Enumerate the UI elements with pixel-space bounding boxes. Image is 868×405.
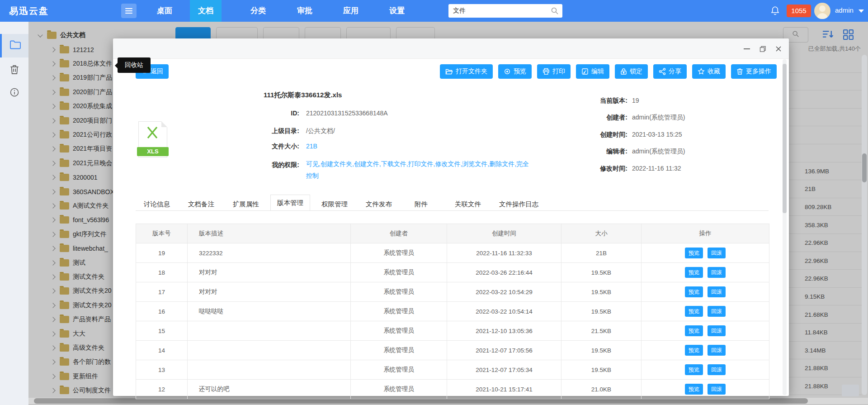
username-label[interactable]: admin: [835, 6, 854, 14]
tab-version-management[interactable]: 版本管理: [270, 195, 310, 210]
rail-item-recycle-bin[interactable]: [0, 61, 28, 79]
id-value: 2120210313152533668148A: [306, 110, 388, 117]
rail-item-documents[interactable]: [0, 34, 28, 57]
parent-dir-value: /公共文档/: [306, 127, 335, 135]
eye-icon: [504, 68, 511, 75]
creator-label: 创建者:: [560, 114, 627, 122]
search-input[interactable]: [448, 4, 548, 18]
user-menu-caret-icon[interactable]: [859, 10, 864, 13]
rollback-version-button[interactable]: 回滚: [708, 345, 726, 356]
file-size-label: 文件大小:: [231, 143, 299, 151]
preview-version-button[interactable]: 预览: [685, 325, 703, 336]
rollback-version-button[interactable]: 回滚: [708, 384, 726, 395]
app-window: 易迅云盘 桌面 文档 分类 审批 应用 设置 1055 admin: [0, 0, 868, 405]
modal-scrollbar[interactable]: [783, 59, 787, 395]
nav-item-documents[interactable]: 文档: [190, 0, 222, 22]
table-row: 12还可以的吧系统管理员2021-10-21 15:17:4121.0KB 预览…: [136, 380, 769, 399]
file-name: 111托尔斯泰336612发.xls: [264, 91, 342, 100]
printer-icon: [542, 68, 550, 75]
modal-scrollbar-thumb[interactable]: [783, 64, 787, 213]
rollback-version-button[interactable]: 回滚: [708, 267, 726, 278]
print-button[interactable]: 打印: [537, 64, 571, 79]
preview-button[interactable]: 预览: [498, 64, 532, 79]
preview-version-button[interactable]: 预览: [685, 384, 703, 395]
hamburger-menu-button[interactable]: [121, 4, 137, 18]
table-row: 14系统管理员2021-12-07 17:05:5619.5KB 预览回滚: [136, 341, 769, 360]
tab-file-publish[interactable]: 文件发布: [366, 198, 392, 211]
nav-item-apps[interactable]: 应用: [334, 0, 368, 22]
version-table: 版本号 版本描述 创建者 创建时间 大小 操作 193222332系统管理员20…: [136, 224, 769, 399]
tabs-divider: [136, 210, 769, 211]
folder-icon: [9, 40, 21, 52]
nav-item-categories[interactable]: 分类: [241, 0, 275, 22]
id-label: ID:: [231, 110, 299, 117]
trash-icon: [736, 68, 743, 75]
creator-value: admin(系统管理员): [632, 114, 685, 122]
created-time-value: 2021-03-13 15:25: [632, 131, 682, 138]
share-button[interactable]: 分享: [653, 64, 687, 79]
table-row: 17对对对系统管理员2022-03-22 10:54:2919.5KB 预览回滚: [136, 282, 769, 302]
app-logo: 易迅云盘: [9, 5, 49, 17]
nav-item-desktop[interactable]: 桌面: [147, 0, 182, 22]
vertical-scrollbar[interactable]: [862, 55, 867, 395]
edit-button[interactable]: 编辑: [576, 64, 609, 79]
tab-attachments[interactable]: 附件: [415, 198, 428, 211]
tab-doc-notes[interactable]: 文档备注: [188, 198, 214, 211]
rollback-version-button[interactable]: 回滚: [708, 325, 726, 336]
table-row: 193222332系统管理员2022-11-16 11:32:3321B 预览回…: [136, 243, 769, 263]
permissions-value[interactable]: 可见,创建文件夹,创建文件,下载文件,打印文件,修改文件,浏览文件,删除文件,完…: [306, 158, 534, 181]
tab-file-operation-log[interactable]: 文件操作日志: [499, 198, 538, 211]
preview-version-button[interactable]: 预览: [685, 306, 703, 317]
nav-item-settings[interactable]: 设置: [380, 0, 414, 22]
top-navbar: 易迅云盘 桌面 文档 分类 审批 应用 设置 1055 admin: [0, 0, 868, 22]
folder-open-icon: [445, 68, 453, 75]
file-detail-modal: 返回 打开文件夹 预览 打印 编辑 锁定: [113, 38, 789, 396]
maximize-button[interactable]: [758, 44, 767, 53]
tab-permissions[interactable]: 权限管理: [321, 198, 348, 211]
table-row: 16哒哒哒哒系统管理员2022-03-22 10:54:1419.5KB 预览回…: [136, 302, 769, 321]
vertical-scrollbar-thumb[interactable]: [862, 153, 867, 182]
minimize-button[interactable]: [742, 44, 751, 53]
preview-version-button[interactable]: 预览: [685, 345, 703, 356]
global-search: [448, 4, 562, 18]
file-size-link[interactable]: 21B: [306, 143, 317, 150]
editor-label: 编辑者:: [560, 148, 627, 156]
preview-version-button[interactable]: 预览: [685, 267, 703, 278]
search-icon[interactable]: [551, 7, 559, 17]
trash-icon: [9, 64, 19, 76]
scroll-corner-widget[interactable]: [842, 385, 859, 396]
parent-dir-label: 上级目录:: [231, 127, 299, 135]
version-table-header: 版本号 版本描述 创建者 创建时间 大小 操作: [136, 224, 769, 243]
lock-button[interactable]: 锁定: [615, 64, 648, 79]
preview-version-button[interactable]: 预览: [685, 364, 703, 375]
share-icon: [659, 68, 666, 75]
notification-bell-icon[interactable]: [770, 5, 780, 18]
lock-icon: [620, 68, 627, 75]
rollback-version-button[interactable]: 回滚: [708, 306, 726, 317]
modal-action-bar: 打开文件夹 预览 打印 编辑 锁定 分享: [440, 64, 777, 79]
preview-version-button[interactable]: 预览: [685, 286, 703, 297]
nav-item-approval[interactable]: 审批: [288, 0, 322, 22]
notification-count-badge[interactable]: 1055: [787, 5, 811, 17]
modal-titlebar: [113, 38, 789, 59]
table-row: 15系统管理员2021-12-10 13:05:3621.5KB 预览回滚: [136, 321, 769, 341]
rollback-version-button[interactable]: 回滚: [708, 364, 726, 375]
recycle-bin-tooltip: 回收站: [118, 57, 151, 73]
info-icon: [9, 87, 19, 99]
tab-extended-attrs[interactable]: 扩展属性: [233, 198, 259, 211]
user-avatar[interactable]: [814, 3, 830, 19]
current-version-label: 当前版本:: [560, 97, 627, 105]
star-icon: [698, 68, 705, 75]
favorite-button[interactable]: 收藏: [692, 64, 726, 79]
rollback-version-button[interactable]: 回滚: [708, 286, 726, 297]
close-icon[interactable]: [774, 44, 783, 53]
xls-file-icon: XLS: [138, 121, 167, 157]
editor-value: admin(系统管理员): [632, 148, 685, 156]
rollback-version-button[interactable]: 回滚: [708, 248, 726, 258]
open-folder-button[interactable]: 打开文件夹: [440, 64, 493, 79]
tab-discussion[interactable]: 讨论信息: [144, 198, 170, 211]
more-actions-button[interactable]: 更多操作: [731, 64, 777, 79]
rail-item-info[interactable]: [0, 84, 28, 102]
preview-version-button[interactable]: 预览: [685, 248, 703, 258]
tab-related-files[interactable]: 关联文件: [455, 198, 481, 211]
